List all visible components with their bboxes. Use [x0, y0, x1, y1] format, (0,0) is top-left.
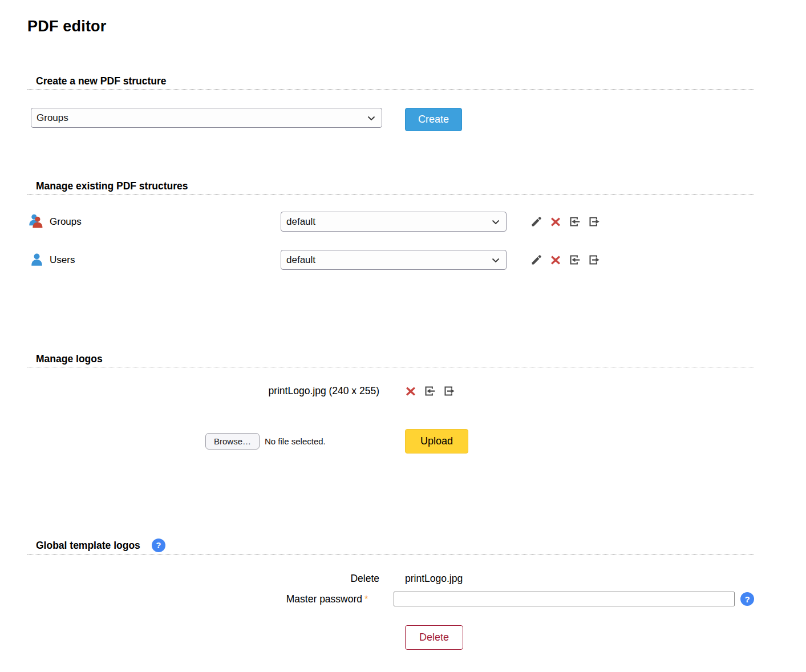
master-password-input[interactable] [394, 592, 735, 606]
manage-logos-section: Manage logos printLogo.jpg (240 x 255) [27, 353, 754, 454]
edit-icon[interactable] [530, 254, 542, 266]
manage-structures-heading: Manage existing PDF structures [27, 180, 754, 195]
master-password-label: Master password* [286, 593, 368, 605]
no-file-text: No file selected. [265, 436, 326, 446]
pdf-editor-page: PDF editor Create a new PDF structure Gr… [0, 0, 806, 650]
manage-structures-section: Manage existing PDF structures Groups de… [27, 180, 754, 270]
groups-icon [29, 214, 44, 229]
structure-template-select-wrap: default [281, 212, 507, 232]
help-icon[interactable]: ? [152, 539, 165, 552]
upload-button[interactable]: Upload [405, 429, 468, 454]
export-icon[interactable] [443, 385, 455, 397]
logo-actions [405, 385, 455, 397]
structure-label: Users [50, 254, 75, 266]
structure-name-groups: Groups [27, 214, 281, 229]
global-template-logos-title: Global template logos [36, 540, 140, 551]
delete-icon[interactable] [405, 386, 416, 397]
file-input: Browse… No file selected. [205, 433, 379, 450]
groups-row-actions [530, 216, 600, 228]
delete-button-row: Delete [27, 625, 754, 650]
users-row-actions [530, 254, 600, 266]
import-icon[interactable] [424, 385, 436, 397]
master-password-label-text: Master password [286, 593, 362, 605]
create-structure-section: Create a new PDF structure Groups Create [27, 75, 754, 131]
create-button[interactable]: Create [405, 108, 462, 131]
create-structure-heading: Create a new PDF structure [27, 75, 754, 90]
structure-row-users: Users default [27, 250, 754, 270]
export-icon[interactable] [588, 254, 600, 266]
users-template-select[interactable]: default [281, 250, 507, 270]
import-icon[interactable] [569, 254, 581, 266]
global-template-logos-section: Global template logos ? Delete printLogo… [27, 539, 754, 650]
delete-logo-row: Delete printLogo.jpg [27, 573, 754, 585]
browse-button[interactable]: Browse… [205, 433, 260, 450]
master-password-row: Master password* ? [27, 592, 754, 606]
create-structure-row: Groups Create [27, 108, 754, 131]
groups-template-select[interactable]: default [281, 212, 507, 232]
page-title: PDF editor [27, 18, 754, 34]
logo-filename: printLogo.jpg (240 x 255) [268, 385, 379, 397]
delete-icon[interactable] [550, 254, 561, 266]
logo-row: printLogo.jpg (240 x 255) [27, 385, 754, 397]
structure-type-select-wrap: Groups [31, 108, 382, 128]
upload-row: Browse… No file selected. Upload [27, 428, 754, 454]
structure-label: Groups [50, 216, 82, 228]
manage-logos-heading: Manage logos [27, 353, 754, 367]
structure-row-groups: Groups default [27, 212, 754, 232]
delete-button[interactable]: Delete [405, 625, 463, 650]
structure-template-select-wrap: default [281, 250, 507, 270]
export-icon[interactable] [588, 216, 600, 228]
import-icon[interactable] [569, 216, 581, 228]
help-icon[interactable]: ? [740, 592, 754, 606]
structure-type-select[interactable]: Groups [31, 108, 382, 128]
structure-name-users: Users [27, 252, 281, 268]
delete-label: Delete [350, 573, 379, 585]
delete-icon[interactable] [550, 216, 561, 228]
edit-icon[interactable] [530, 216, 542, 228]
global-template-logos-heading: Global template logos ? [27, 539, 754, 555]
user-icon [29, 252, 44, 268]
required-marker: * [364, 594, 368, 604]
delete-logo-filename: printLogo.jpg [405, 573, 463, 585]
